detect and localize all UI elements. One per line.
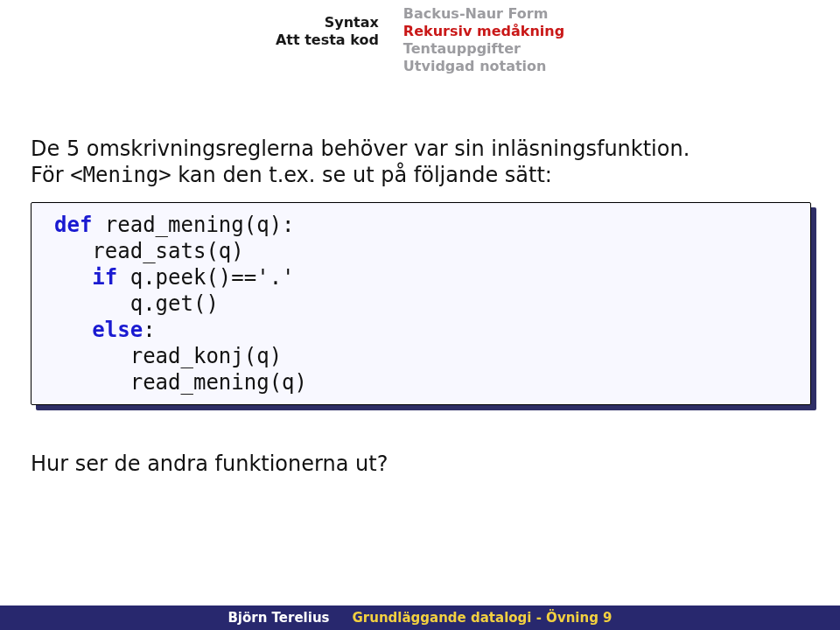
text: De 5 omskrivningsreglerna behöver var si… [31,136,690,161]
nav-subsection[interactable]: Rekursiv medåkning [403,23,564,40]
code-text: read_sats(q) [54,239,244,263]
code-block: def read_mening(q): read_sats(q) if q.pe… [31,202,811,405]
code-text: read_konj(q) [54,344,282,368]
paragraph: De 5 omskrivningsreglerna behöver var si… [31,136,811,188]
nav-subsection[interactable]: Tentauppgifter [403,40,564,58]
nav-section[interactable]: Syntax [276,14,379,32]
footer-author: Björn Terelius [228,610,329,626]
code-keyword: def [54,213,92,237]
code-panel: def read_mening(q): read_sats(q) if q.pe… [31,202,811,405]
code-text [54,265,92,290]
code-text: read_mening(q) [54,370,307,395]
code-keyword: else [92,318,143,342]
header-nav: Syntax Att testa kod Backus-Naur Form Re… [0,5,840,75]
footer: Björn Terelius Grundläggande datalogi - … [0,606,840,630]
code-text: q.peek()=='.' [117,265,294,290]
code-text: q.get() [54,291,219,316]
code-text [54,318,92,342]
nav-section[interactable]: Att testa kod [276,32,379,49]
text: För [31,163,70,187]
code-keyword: if [92,265,117,290]
code-text: read_mening(q): [92,213,294,237]
code-text: : [143,318,155,342]
slide: Syntax Att testa kod Backus-Naur Form Re… [0,0,840,630]
paragraph: Hur ser de andra funktionerna ut? [31,451,811,477]
nav-subsection[interactable]: Backus-Naur Form [403,5,564,23]
footer-title: Grundläggande datalogi - Övning 9 [353,610,612,626]
inline-code: <Mening> [70,163,172,187]
nav-sections: Syntax Att testa kod [276,5,379,75]
nav: Syntax Att testa kod Backus-Naur Form Re… [276,5,564,75]
nav-subsections: Backus-Naur Form Rekursiv medåkning Tent… [403,5,564,75]
text: kan den t.ex. se ut på följande sätt: [172,163,552,187]
nav-subsection[interactable]: Utvidgad notation [403,58,564,75]
content: De 5 omskrivningsreglerna behöver var si… [31,136,811,477]
